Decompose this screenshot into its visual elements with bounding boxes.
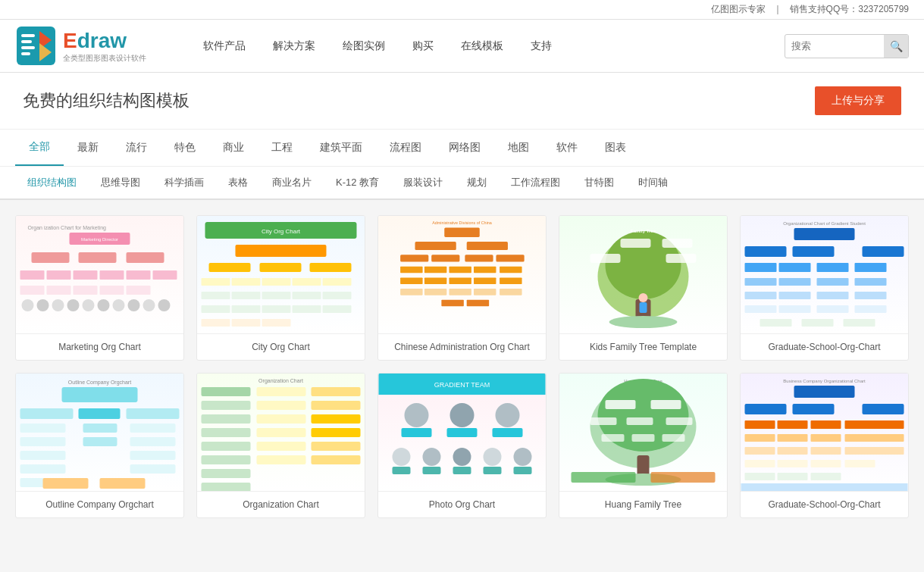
filter2-workflow[interactable]: 工作流程图 [499,167,572,198]
svg-rect-192 [745,404,787,414]
card-label-org: Organization Chart [197,491,365,517]
svg-text:Organization Chart: Organization Chart [258,378,303,384]
filter-tab-featured[interactable]: 特色 [161,130,209,165]
svg-rect-81 [441,300,463,307]
filter-tab-network[interactable]: 网络图 [435,130,494,165]
svg-rect-149 [257,442,306,451]
card-outline[interactable]: Outline Company Orgchart [15,373,184,518]
card-image-photo: GRADIENT TEAM [378,374,546,491]
filter2-timeline[interactable]: 时间轴 [626,167,680,198]
search-button[interactable]: 🔍 [884,34,908,58]
filter2-card[interactable]: 商业名片 [260,167,324,198]
svg-rect-193 [793,404,835,414]
filter-tab-latest[interactable]: 最新 [64,130,112,165]
svg-point-29 [98,299,110,311]
svg-rect-212 [811,460,841,467]
svg-rect-53 [293,305,321,313]
svg-point-87 [639,293,648,302]
logo[interactable]: Edraw 全类型图形图表设计软件 [15,25,167,67]
svg-rect-204 [874,434,904,442]
svg-point-165 [393,448,411,466]
svg-rect-61 [467,242,508,250]
card-org[interactable]: Organization Chart [196,373,365,518]
svg-rect-189 [651,472,716,483]
card-photo[interactable]: GRADIENT TEAM Photo Or [377,373,547,518]
card-image-outline: Outline Company Orgchart [16,374,183,491]
svg-rect-42 [262,278,291,286]
svg-rect-102 [855,263,887,272]
filter-tab-map[interactable]: 地图 [494,130,543,165]
filter-tab-flowchart[interactable]: 流程图 [376,130,435,165]
svg-rect-140 [202,428,251,437]
card-marketing[interactable]: Organ ization Chart for Marketing Market… [15,215,184,361]
service-label: 亿图图示专家 [711,3,766,16]
svg-rect-138 [202,401,251,410]
svg-rect-209 [874,447,904,455]
svg-rect-166 [393,467,411,474]
svg-rect-153 [312,414,361,424]
card-grad-school[interactable]: Business Company Organizational Chart [740,373,909,518]
main-nav: 软件产品 解决方案 绘图实例 购买 在线模板 支持 [189,20,785,73]
card-gradient[interactable]: Organizational Chart of Gradient Student [740,215,909,361]
svg-rect-145 [257,387,306,396]
filter2-gantt[interactable]: 甘特图 [572,167,626,198]
svg-rect-116 [802,319,834,327]
filter-tab-engineering[interactable]: 工程 [258,130,306,165]
nav-examples[interactable]: 绘图实例 [329,20,399,73]
card-huang[interactable]: Huang Family Tree Huang Family [559,373,728,518]
svg-rect-92 [662,239,693,248]
card-chinese[interactable]: Administrative Divisions of China [377,215,547,361]
filter-tab-all[interactable]: 全部 [15,130,64,166]
svg-rect-76 [400,289,422,295]
svg-rect-154 [312,428,361,437]
search-input[interactable] [785,40,884,52]
nav-templates[interactable]: 在线模板 [447,20,517,73]
svg-rect-196 [778,420,808,429]
filter-tab-architecture[interactable]: 建筑平面 [306,130,376,165]
nav-buy[interactable]: 购买 [399,20,447,73]
filter-tab-chart[interactable]: 图表 [591,130,640,165]
svg-rect-127 [130,424,176,433]
svg-rect-44 [323,278,352,286]
svg-rect-217 [741,483,908,491]
svg-rect-22 [100,286,124,295]
svg-rect-49 [323,292,352,299]
filter-tab-business[interactable]: 商业 [209,130,258,165]
svg-rect-133 [83,437,117,446]
card-city[interactable]: City Org Chart [196,215,365,361]
svg-rect-216 [811,473,841,480]
upload-button[interactable]: 上传与分享 [815,86,901,115]
filter-tab-software[interactable]: 软件 [543,130,591,165]
nav-solution[interactable]: 解决方案 [259,20,329,73]
svg-rect-150 [257,455,306,464]
svg-text:Administrative Divisions of Ch: Administrative Divisions of China [432,220,492,225]
filter2-science[interactable]: 科学插画 [152,167,216,198]
filter2-mindmap[interactable]: 思维导图 [89,167,152,198]
filter2-plan[interactable]: 规划 [455,167,499,198]
svg-rect-152 [312,401,361,410]
svg-text:Family Tree: Family Tree [631,229,656,233]
svg-rect-67 [424,267,446,273]
card-label-huang: Huang Family Tree [559,491,727,517]
svg-point-161 [450,403,475,427]
svg-rect-89 [590,254,621,263]
card-kids-tree[interactable]: Family Tree Kids Family Tree Template [559,215,728,361]
logo-subtitle: 全类型图形图表设计软件 [63,53,146,64]
svg-rect-142 [202,455,251,464]
svg-rect-198 [845,420,875,429]
svg-rect-54 [323,305,352,313]
card-image-kids-tree: Family Tree [559,216,727,333]
filter2-fashion[interactable]: 服装设计 [391,167,455,198]
svg-rect-18 [153,270,177,280]
filter-tab-popular[interactable]: 流行 [112,130,161,165]
svg-rect-38 [260,263,302,272]
nav-software[interactable]: 软件产品 [189,20,259,73]
svg-rect-47 [262,292,291,299]
filter2-org[interactable]: 组织结构图 [15,167,89,198]
filter2-k12[interactable]: K-12 教育 [324,167,391,198]
nav-support[interactable]: 支持 [517,20,565,73]
filter2-table[interactable]: 表格 [216,167,260,198]
svg-point-32 [143,299,155,311]
svg-point-25 [37,299,49,311]
svg-rect-99 [745,263,777,272]
